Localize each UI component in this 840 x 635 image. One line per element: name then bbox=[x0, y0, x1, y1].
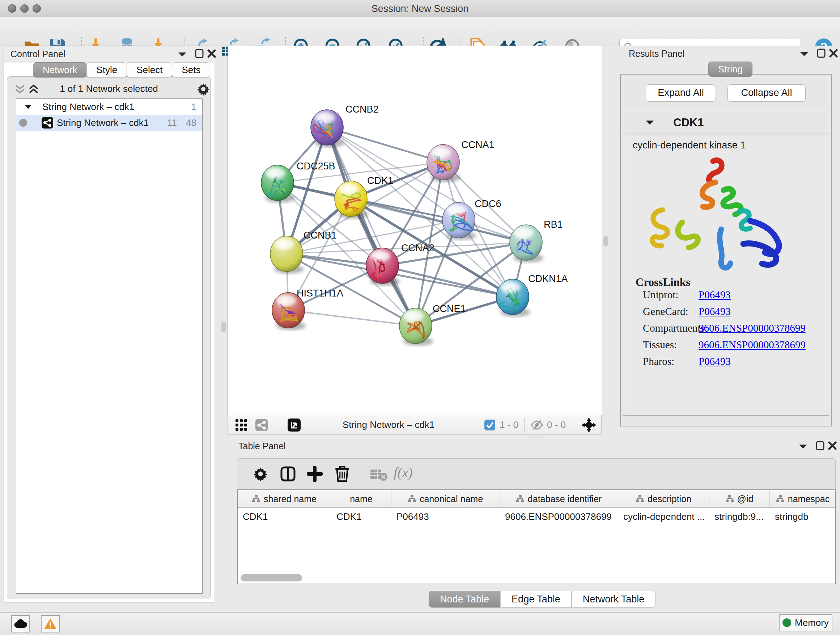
open-in-new-window-icon[interactable] bbox=[287, 418, 301, 432]
node-label-RB1: RB1 bbox=[544, 219, 563, 230]
network-share-gray-icon[interactable] bbox=[256, 419, 268, 431]
results-button-row: Expand All Collapse All bbox=[623, 77, 829, 109]
column-type-icon bbox=[636, 495, 644, 502]
hidden-count: 0 - 0 bbox=[547, 419, 566, 431]
string-network-graph[interactable]: CCNB2CCNA1CDC25BCDK1CDC6RB1CCNB1CCNA2CDK… bbox=[228, 46, 601, 414]
control-panel-tabs: Network Style Select Sets bbox=[33, 62, 210, 78]
delete-table-icon[interactable] bbox=[370, 468, 388, 481]
cloud-icon bbox=[14, 619, 27, 629]
gear-icon[interactable] bbox=[197, 82, 210, 96]
panel-collapse-icon[interactable] bbox=[798, 443, 808, 450]
network-node-CCNA1[interactable]: CCNA1 bbox=[427, 139, 494, 182]
panel-close-icon[interactable] bbox=[207, 49, 216, 58]
network-tree: String Network – cdk1 1 String Network –… bbox=[16, 98, 202, 594]
table-cell[interactable]: 9606.ENSP00000378699 bbox=[500, 508, 618, 525]
current-network-dot bbox=[19, 119, 27, 127]
function-builder-icon[interactable]: f(x) bbox=[393, 464, 413, 480]
control-panel-header: Control Panel bbox=[4, 46, 214, 63]
column-header-description[interactable]: description bbox=[618, 490, 709, 508]
memory-button[interactable]: Memory bbox=[779, 614, 832, 631]
tree-expander-icon[interactable] bbox=[24, 104, 32, 110]
table-cell[interactable]: CDK1 bbox=[332, 508, 392, 525]
table-cell[interactable]: stringdb bbox=[770, 508, 836, 525]
left-splitter-grip[interactable] bbox=[221, 321, 226, 333]
table-cell[interactable]: stringdb:9... bbox=[709, 508, 770, 525]
gene-section-body: cyclin-dependent kinase 1 bbox=[626, 135, 826, 413]
column-header-database-identifier[interactable]: database identifier bbox=[500, 490, 618, 508]
panel-float-icon[interactable] bbox=[195, 49, 204, 58]
table-cell[interactable]: P06493 bbox=[392, 508, 500, 525]
network-edge-CCNB2-CCNA1[interactable] bbox=[327, 127, 443, 162]
network-edge-CCNA2-CDKN1A[interactable] bbox=[382, 266, 513, 297]
gene-section-header[interactable]: CDK1 bbox=[623, 111, 829, 134]
show-columns-icon[interactable] bbox=[280, 466, 296, 482]
application-window: Session: New Session bbox=[0, 0, 840, 635]
network-node-CDKN1A[interactable]: CDKN1A bbox=[496, 273, 568, 317]
table-gear-icon[interactable] bbox=[253, 467, 268, 481]
column-type-icon bbox=[408, 495, 416, 502]
pan-crosshair-icon[interactable] bbox=[582, 418, 596, 432]
network-view-toolbar: String Network – cdk1 1 - 0 0 - 0 bbox=[227, 415, 602, 435]
column-header-name[interactable]: name bbox=[332, 490, 392, 508]
table-row[interactable]: CDK1CDK1P064939606.ENSP00000378699cyclin… bbox=[238, 508, 835, 525]
collapse-all-button[interactable]: Collapse All bbox=[728, 84, 806, 102]
network-node-CDC25B[interactable]: CDC25B bbox=[261, 161, 335, 203]
crosslink-link[interactable]: 9606.ENSP00000378699 bbox=[699, 322, 806, 334]
panel-close-icon[interactable] bbox=[828, 441, 837, 450]
table-cell[interactable]: CDK1 bbox=[238, 508, 332, 525]
network-view-canvas[interactable]: CCNB2CCNA1CDC25BCDK1CDC6RB1CCNB1CCNA2CDK… bbox=[227, 46, 602, 415]
column-header-shared-name[interactable]: shared name bbox=[238, 490, 332, 508]
crosslink-link[interactable]: P06493 bbox=[699, 356, 731, 367]
expand-all-button[interactable]: Expand All bbox=[646, 84, 716, 102]
panel-close-icon[interactable] bbox=[829, 49, 838, 58]
memory-status-dot bbox=[783, 618, 791, 627]
column-type-icon bbox=[726, 495, 734, 502]
network-row-selected[interactable]: String Network – cdk1 11 48 bbox=[16, 115, 202, 131]
birds-eye-grid-icon[interactable] bbox=[235, 419, 248, 431]
panel-collapse-icon[interactable] bbox=[799, 51, 809, 57]
network-node-CCNE1[interactable]: CCNE1 bbox=[399, 303, 466, 346]
title-bar: Session: New Session bbox=[0, 0, 840, 17]
right-splitter-grip[interactable] bbox=[603, 236, 608, 247]
crosslink-link[interactable]: P06493 bbox=[699, 306, 731, 318]
network-selected-status: 1 of 1 Network selected bbox=[7, 83, 210, 95]
column-header-canonical-name[interactable]: canonical name bbox=[392, 490, 500, 508]
section-collapse-icon[interactable] bbox=[645, 119, 654, 126]
panel-float-icon[interactable] bbox=[816, 441, 824, 450]
node-label-CDK1: CDK1 bbox=[367, 175, 393, 186]
column-header-label: database identifier bbox=[528, 494, 602, 504]
table-cell[interactable]: cyclin-dependent ... bbox=[618, 508, 709, 525]
column-header-label: @id bbox=[737, 494, 753, 504]
cloud-status-button[interactable] bbox=[11, 615, 30, 632]
network-node-HIST1H1A[interactable]: HIST1H1A bbox=[272, 288, 343, 330]
panel-float-icon[interactable] bbox=[817, 49, 826, 58]
network-node-CCNB2[interactable]: CCNB2 bbox=[311, 104, 379, 147]
tab-network[interactable]: Network bbox=[33, 62, 87, 78]
node-table[interactable]: shared namenamecanonical namedatabase id… bbox=[237, 489, 836, 584]
tab-style[interactable]: Style bbox=[87, 62, 127, 78]
network-edge-CCNE1-HIST1H1A[interactable] bbox=[288, 310, 416, 326]
crosslinks-title: CrossLinks bbox=[636, 276, 690, 289]
column-header-label: description bbox=[647, 494, 691, 504]
tab-edge-table[interactable]: Edge Table bbox=[500, 591, 572, 608]
tab-select[interactable]: Select bbox=[126, 62, 172, 78]
column-header--id[interactable]: @id bbox=[709, 490, 770, 508]
status-bar: Memory bbox=[0, 612, 840, 635]
add-column-icon[interactable] bbox=[307, 466, 323, 482]
tab-node-table[interactable]: Node Table bbox=[429, 591, 500, 608]
warning-status-button[interactable] bbox=[41, 615, 60, 632]
tab-sets[interactable]: Sets bbox=[172, 62, 210, 78]
tab-string-results[interactable]: String bbox=[708, 62, 752, 77]
tab-network-table[interactable]: Network Table bbox=[572, 591, 656, 608]
crosslink-link[interactable]: 9606.ENSP00000378699 bbox=[699, 339, 806, 351]
column-header-namespac[interactable]: namespac bbox=[770, 490, 836, 508]
horizontal-scrollbar-thumb[interactable] bbox=[240, 574, 302, 581]
selected-checkbox-icon[interactable] bbox=[485, 420, 495, 431]
column-type-icon bbox=[516, 495, 524, 502]
panel-collapse-icon[interactable] bbox=[178, 51, 187, 57]
delete-column-trash-icon[interactable] bbox=[334, 465, 350, 482]
network-collection-row[interactable]: String Network – cdk1 1 bbox=[16, 99, 202, 115]
crosslink-link[interactable]: P06493 bbox=[699, 289, 731, 301]
network-node-RB1[interactable]: RB1 bbox=[510, 219, 563, 263]
hidden-eye-icon[interactable] bbox=[531, 420, 543, 431]
